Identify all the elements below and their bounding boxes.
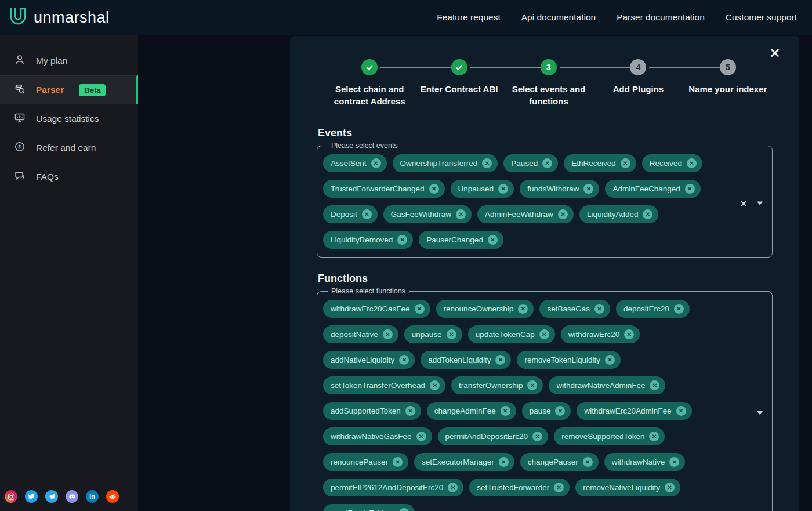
- chip-label: addNativeLiquidity: [331, 356, 394, 364]
- sidebar-item-usage-statistics[interactable]: Usage statistics: [0, 104, 138, 133]
- nav-feature-request[interactable]: Feature request: [437, 12, 500, 23]
- chip-remove-icon[interactable]: ✕: [554, 483, 564, 492]
- chip-label: depositErc20: [624, 305, 669, 313]
- social-links: in: [5, 490, 119, 503]
- chip-remove-icon[interactable]: ✕: [527, 380, 537, 390]
- nav-customer-support[interactable]: Customer support: [726, 12, 797, 23]
- chip-remove-icon[interactable]: ✕: [539, 329, 549, 339]
- chip-remove-icon[interactable]: ✕: [643, 209, 652, 219]
- chip-remove-icon[interactable]: ✕: [583, 184, 593, 194]
- discord-icon[interactable]: [66, 490, 78, 503]
- function-chip: renouncePauser ✕: [323, 453, 408, 471]
- chevron-down-icon[interactable]: [757, 202, 763, 205]
- events-chip-list: AssetSent ✕ OwnershipTransferred ✕ Pause…: [323, 152, 735, 249]
- sidebar-item-label: My plan: [36, 56, 67, 66]
- instagram-icon[interactable]: [5, 490, 17, 503]
- chip-remove-icon[interactable]: ✕: [448, 483, 458, 492]
- chip-label: renounceOwnership: [444, 305, 514, 313]
- chip-remove-icon[interactable]: ✕: [518, 304, 528, 314]
- chip-label: GasFeeWithdraw: [391, 211, 451, 219]
- telegram-icon[interactable]: [45, 490, 58, 503]
- chip-remove-icon[interactable]: ✕: [605, 355, 615, 365]
- chip-label: withdrawNative: [612, 458, 665, 466]
- function-chip: addTokenLiquidity ✕: [420, 351, 511, 369]
- chip-remove-icon[interactable]: ✕: [624, 329, 634, 339]
- step-name-indexer[interactable]: 5 Name your indexer: [683, 59, 773, 107]
- chip-remove-icon[interactable]: ✕: [621, 158, 630, 168]
- event-chip: Paused ✕: [503, 154, 558, 172]
- main-area: ✕ Select chain and contract Address Ente…: [138, 35, 812, 511]
- chip-remove-icon[interactable]: ✕: [650, 380, 659, 390]
- function-chip: setTrustedForwarder ✕: [469, 479, 570, 496]
- sidebar: My plan Parser Beta Usage statistics: [0, 35, 138, 511]
- chip-remove-icon[interactable]: ✕: [583, 457, 593, 467]
- chip-remove-icon[interactable]: ✕: [649, 432, 659, 441]
- chip-remove-icon[interactable]: ✕: [542, 158, 552, 168]
- step-select-chain[interactable]: Select chain and contract Address: [325, 59, 414, 107]
- chip-remove-icon[interactable]: ✕: [405, 406, 415, 416]
- step-number: 5: [720, 59, 736, 75]
- chip-remove-icon[interactable]: ✕: [674, 304, 684, 314]
- function-chip: addSupportedToken ✕: [323, 402, 421, 420]
- wizard-stepper: Select chain and contract Address Enter …: [325, 59, 773, 107]
- nav-parser-documentation[interactable]: Parser documentation: [617, 12, 705, 23]
- chip-label: fundsWithdraw: [527, 185, 579, 193]
- sidebar-item-refer-and-earn[interactable]: $ Refer and earn: [0, 133, 138, 162]
- chip-remove-icon[interactable]: ✕: [397, 235, 407, 245]
- reddit-icon[interactable]: [106, 490, 119, 503]
- chip-remove-icon[interactable]: ✕: [447, 329, 456, 339]
- event-chip: LiquidityAdded ✕: [579, 205, 659, 223]
- chip-remove-icon[interactable]: ✕: [665, 483, 675, 492]
- clear-all-icon[interactable]: ✕: [740, 198, 748, 209]
- chip-remove-icon[interactable]: ✕: [399, 508, 409, 511]
- chip-label: renouncePauser: [331, 458, 388, 466]
- chip-remove-icon[interactable]: ✕: [669, 457, 679, 467]
- chip-remove-icon[interactable]: ✕: [383, 329, 393, 339]
- sidebar-item-faqs[interactable]: FAQs: [0, 162, 138, 191]
- chip-remove-icon[interactable]: ✕: [416, 432, 426, 441]
- chip-remove-icon[interactable]: ✕: [488, 235, 498, 245]
- chip-remove-icon[interactable]: ✕: [456, 209, 466, 219]
- chip-label: changeAdminFee: [434, 407, 496, 415]
- step-enter-abi[interactable]: Enter Contract ABI: [414, 59, 503, 107]
- chip-remove-icon[interactable]: ✕: [555, 406, 565, 416]
- chip-remove-icon[interactable]: ✕: [399, 355, 409, 365]
- chip-label: addTokenLiquidity: [428, 356, 491, 364]
- chip-remove-icon[interactable]: ✕: [676, 406, 686, 416]
- sidebar-item-label: FAQs: [36, 172, 59, 182]
- chip-remove-icon[interactable]: ✕: [499, 457, 509, 467]
- chip-remove-icon[interactable]: ✕: [430, 380, 440, 390]
- chip-remove-icon[interactable]: ✕: [687, 158, 697, 168]
- function-chip: updateTokenCap ✕: [468, 325, 555, 343]
- chip-remove-icon[interactable]: ✕: [415, 304, 425, 314]
- chip-remove-icon[interactable]: ✕: [482, 158, 492, 168]
- step-add-plugins[interactable]: 4 Add Plugins: [593, 59, 683, 107]
- events-field-controls: ✕: [740, 198, 763, 209]
- chip-remove-icon[interactable]: ✕: [558, 209, 568, 219]
- close-icon[interactable]: ✕: [769, 46, 781, 60]
- chip-remove-icon[interactable]: ✕: [362, 209, 372, 219]
- event-chip: AdminFeeChanged ✕: [605, 180, 700, 198]
- function-chip: setBaseGas ✕: [539, 300, 610, 318]
- chip-remove-icon[interactable]: ✕: [685, 184, 695, 194]
- chip-remove-icon[interactable]: ✕: [594, 304, 604, 314]
- chip-remove-icon[interactable]: ✕: [532, 432, 542, 441]
- chevron-down-icon[interactable]: [757, 411, 763, 415]
- chip-label: AssetSent: [331, 160, 367, 168]
- nav-api-documentation[interactable]: Api documentation: [521, 12, 596, 23]
- functions-legend: Please select functions: [328, 287, 409, 295]
- chip-remove-icon[interactable]: ✕: [495, 355, 505, 365]
- sidebar-item-parser[interactable]: Parser Beta: [0, 75, 138, 104]
- function-chip: permitAndDepositErc20 ✕: [438, 427, 549, 445]
- sidebar-item-my-plan[interactable]: My plan: [0, 46, 138, 75]
- chip-remove-icon[interactable]: ✕: [371, 158, 381, 168]
- chip-remove-icon[interactable]: ✕: [498, 184, 508, 194]
- chip-remove-icon[interactable]: ✕: [501, 406, 510, 416]
- step-select-events-functions[interactable]: 3 Select events and functions: [504, 59, 593, 107]
- twitter-icon[interactable]: [25, 490, 38, 503]
- event-chip: TrustedForwarderChanged ✕: [323, 180, 445, 198]
- step-check-icon: [361, 59, 378, 75]
- chip-remove-icon[interactable]: ✕: [429, 184, 439, 194]
- chip-remove-icon[interactable]: ✕: [393, 457, 403, 467]
- linkedin-icon[interactable]: in: [86, 490, 99, 503]
